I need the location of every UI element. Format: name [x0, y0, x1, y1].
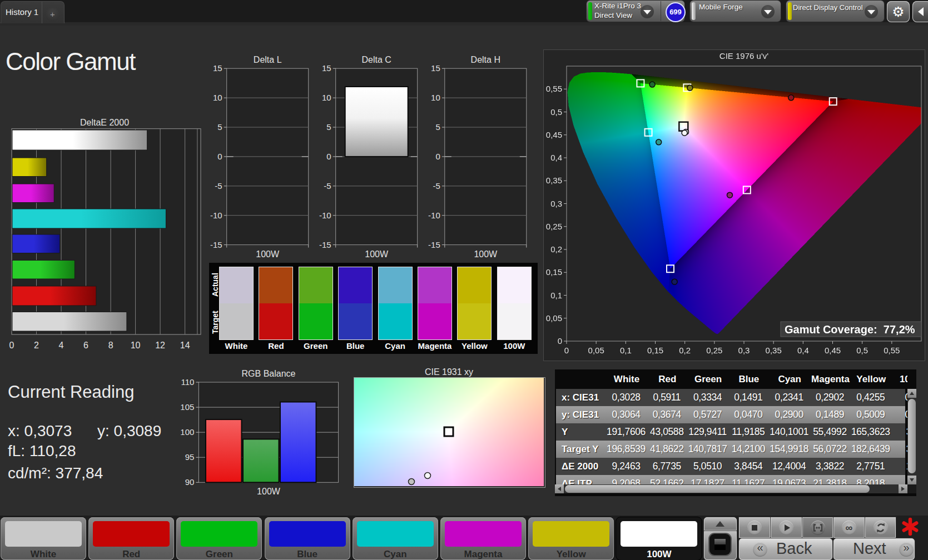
svg-text:Delta L: Delta L — [254, 55, 282, 64]
svg-text:0: 0 — [558, 336, 562, 346]
svg-text:0,2: 0,2 — [550, 244, 562, 254]
svg-text:CIE 1976 u'v': CIE 1976 u'v' — [719, 51, 768, 61]
svg-text:5: 5 — [435, 122, 440, 132]
svg-text:-10: -10 — [210, 211, 222, 220]
svg-text:-10: -10 — [319, 211, 331, 220]
svg-text:5: 5 — [326, 122, 331, 132]
svg-text:Gamut Coverage: 77,2%: Gamut Coverage: 77,2% — [785, 323, 915, 336]
svg-text:0,15: 0,15 — [546, 267, 562, 277]
svg-text:0,3: 0,3 — [550, 199, 562, 208]
svg-text:10: 10 — [213, 93, 222, 102]
svg-text:100W: 100W — [257, 487, 281, 496]
svg-text:0: 0 — [564, 346, 569, 355]
svg-text:0: 0 — [217, 152, 222, 161]
svg-text:RGB Balance: RGB Balance — [242, 369, 296, 378]
svg-text:-15: -15 — [210, 240, 222, 249]
svg-text:-5: -5 — [324, 181, 331, 191]
svg-text:0,05: 0,05 — [546, 313, 562, 323]
svg-text:0,25: 0,25 — [546, 222, 562, 231]
svg-text:0,35: 0,35 — [766, 346, 782, 355]
svg-text:105: 105 — [180, 402, 194, 412]
svg-text:0,25: 0,25 — [706, 346, 722, 355]
svg-text:95: 95 — [185, 452, 195, 462]
svg-text:5: 5 — [217, 122, 222, 132]
svg-text:0,5: 0,5 — [856, 346, 868, 355]
svg-text:-10: -10 — [428, 211, 440, 220]
svg-text:8: 8 — [108, 341, 113, 350]
svg-text:-5: -5 — [433, 181, 440, 191]
svg-text:0,2: 0,2 — [679, 346, 691, 355]
svg-text:15: 15 — [213, 63, 222, 73]
svg-text:0,45: 0,45 — [546, 130, 562, 139]
svg-text:10: 10 — [322, 93, 331, 102]
svg-text:0,35: 0,35 — [546, 176, 562, 185]
svg-text:110: 110 — [181, 377, 194, 387]
svg-text:0,4: 0,4 — [797, 346, 809, 355]
svg-text:0,4: 0,4 — [550, 153, 562, 162]
svg-text:100W: 100W — [365, 249, 389, 259]
svg-text:0,1: 0,1 — [550, 291, 562, 300]
svg-text:100W: 100W — [474, 249, 498, 259]
svg-text:∞: ∞ — [846, 522, 853, 533]
svg-text:12: 12 — [155, 341, 165, 350]
svg-text:0,45: 0,45 — [825, 346, 841, 355]
svg-text:0,55: 0,55 — [546, 84, 562, 93]
svg-text:100W: 100W — [256, 249, 280, 259]
svg-text:10: 10 — [431, 93, 440, 102]
svg-text:2: 2 — [34, 341, 39, 350]
svg-text:90: 90 — [185, 477, 195, 487]
svg-text:15: 15 — [431, 63, 440, 73]
svg-text:0: 0 — [326, 152, 331, 161]
svg-text:14: 14 — [180, 341, 190, 350]
svg-text:0: 0 — [435, 152, 440, 161]
svg-text:0,55: 0,55 — [884, 346, 900, 355]
svg-text:-15: -15 — [319, 240, 331, 249]
svg-text:Delta H: Delta H — [471, 55, 500, 64]
svg-text:-15: -15 — [428, 240, 440, 249]
svg-text:0,5: 0,5 — [550, 107, 562, 117]
svg-text:0,1: 0,1 — [620, 346, 632, 355]
svg-text:0,15: 0,15 — [647, 346, 663, 355]
svg-text:15: 15 — [322, 63, 331, 73]
svg-text:0: 0 — [9, 341, 14, 350]
svg-text:4: 4 — [59, 341, 64, 350]
svg-text:DeltaE 2000: DeltaE 2000 — [80, 118, 129, 127]
svg-text:0,05: 0,05 — [588, 346, 604, 355]
svg-text:-5: -5 — [215, 181, 222, 191]
svg-text:0,3: 0,3 — [738, 346, 750, 355]
svg-text:6: 6 — [83, 341, 88, 350]
svg-text:Delta C: Delta C — [362, 55, 391, 64]
svg-text:100: 100 — [180, 427, 194, 437]
svg-text:10: 10 — [131, 341, 141, 350]
